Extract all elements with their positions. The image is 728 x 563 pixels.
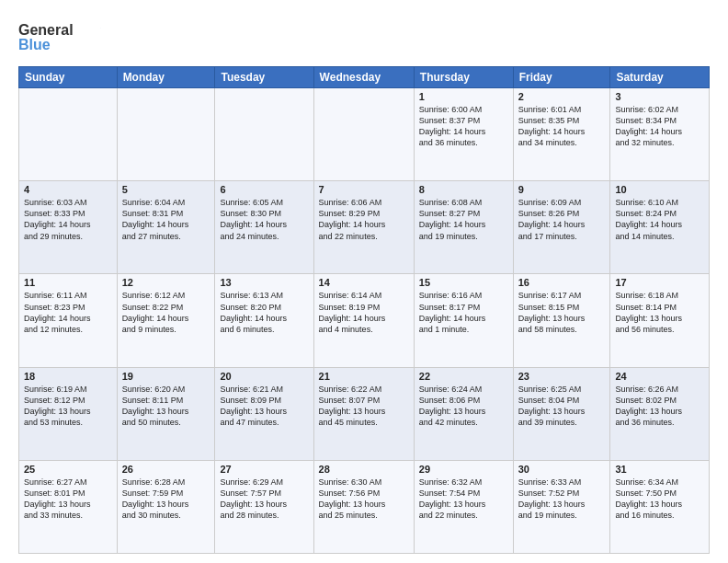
day-number: 3 — [615, 91, 704, 102]
day-cell: 29Sunrise: 6:32 AM Sunset: 7:54 PM Dayli… — [414, 460, 513, 553]
day-cell: 31Sunrise: 6:34 AM Sunset: 7:50 PM Dayli… — [610, 460, 710, 553]
day-cell: 21Sunrise: 6:22 AM Sunset: 8:07 PM Dayli… — [313, 367, 414, 460]
day-number: 31 — [615, 464, 704, 475]
day-info: Sunrise: 6:06 AM Sunset: 8:29 PM Dayligh… — [319, 197, 409, 242]
day-info: Sunrise: 6:13 AM Sunset: 8:20 PM Dayligh… — [220, 290, 308, 335]
day-number: 27 — [220, 464, 308, 475]
day-info: Sunrise: 6:26 AM Sunset: 8:02 PM Dayligh… — [615, 384, 704, 429]
day-cell: 4Sunrise: 6:03 AM Sunset: 8:33 PM Daylig… — [19, 181, 118, 274]
day-cell: 12Sunrise: 6:12 AM Sunset: 8:22 PM Dayli… — [117, 274, 215, 367]
day-cell: 11Sunrise: 6:11 AM Sunset: 8:23 PM Dayli… — [19, 274, 118, 367]
day-info: Sunrise: 6:09 AM Sunset: 8:26 PM Dayligh… — [518, 197, 606, 242]
day-number: 29 — [419, 464, 508, 475]
day-cell: 10Sunrise: 6:10 AM Sunset: 8:24 PM Dayli… — [610, 181, 710, 274]
day-cell: 24Sunrise: 6:26 AM Sunset: 8:02 PM Dayli… — [610, 367, 710, 460]
day-info: Sunrise: 6:27 AM Sunset: 8:01 PM Dayligh… — [24, 477, 112, 522]
day-number: 20 — [220, 371, 308, 382]
day-number: 8 — [419, 184, 508, 195]
week-row-2: 4Sunrise: 6:03 AM Sunset: 8:33 PM Daylig… — [19, 181, 710, 274]
day-cell: 1Sunrise: 6:00 AM Sunset: 8:37 PM Daylig… — [414, 88, 513, 181]
weekday-monday: Monday — [117, 67, 215, 88]
day-cell: 27Sunrise: 6:29 AM Sunset: 7:57 PM Dayli… — [215, 460, 313, 553]
day-number: 22 — [419, 371, 508, 382]
day-info: Sunrise: 6:21 AM Sunset: 8:09 PM Dayligh… — [220, 384, 308, 429]
day-cell: 23Sunrise: 6:25 AM Sunset: 8:04 PM Dayli… — [513, 367, 610, 460]
day-info: Sunrise: 6:18 AM Sunset: 8:14 PM Dayligh… — [615, 290, 704, 335]
day-number: 2 — [518, 91, 606, 102]
day-number: 6 — [220, 184, 308, 195]
day-info: Sunrise: 6:19 AM Sunset: 8:12 PM Dayligh… — [24, 384, 112, 429]
weekday-friday: Friday — [513, 67, 610, 88]
day-cell: 15Sunrise: 6:16 AM Sunset: 8:17 PM Dayli… — [414, 274, 513, 367]
day-info: Sunrise: 6:08 AM Sunset: 8:27 PM Dayligh… — [419, 197, 508, 242]
day-cell: 17Sunrise: 6:18 AM Sunset: 8:14 PM Dayli… — [610, 274, 710, 367]
day-cell: 9Sunrise: 6:09 AM Sunset: 8:26 PM Daylig… — [513, 181, 610, 274]
svg-text:Blue: Blue — [18, 37, 51, 52]
day-info: Sunrise: 6:33 AM Sunset: 7:52 PM Dayligh… — [518, 477, 606, 522]
day-cell: 20Sunrise: 6:21 AM Sunset: 8:09 PM Dayli… — [215, 367, 313, 460]
day-info: Sunrise: 6:32 AM Sunset: 7:54 PM Dayligh… — [419, 477, 508, 522]
day-cell: 5Sunrise: 6:04 AM Sunset: 8:31 PM Daylig… — [117, 181, 215, 274]
day-info: Sunrise: 6:03 AM Sunset: 8:33 PM Dayligh… — [24, 197, 112, 242]
day-number: 11 — [24, 277, 112, 288]
svg-text:General: General — [18, 22, 74, 38]
day-number: 1 — [419, 91, 508, 102]
svg-marker-2 — [100, 20, 101, 34]
day-number: 25 — [24, 464, 112, 475]
weekday-wednesday: Wednesday — [313, 67, 414, 88]
day-cell — [117, 88, 215, 181]
day-cell: 6Sunrise: 6:05 AM Sunset: 8:30 PM Daylig… — [215, 181, 313, 274]
day-number: 23 — [518, 371, 606, 382]
day-info: Sunrise: 6:34 AM Sunset: 7:50 PM Dayligh… — [615, 477, 704, 522]
week-row-1: 1Sunrise: 6:00 AM Sunset: 8:37 PM Daylig… — [19, 88, 710, 181]
day-cell: 16Sunrise: 6:17 AM Sunset: 8:15 PM Dayli… — [513, 274, 610, 367]
day-cell: 7Sunrise: 6:06 AM Sunset: 8:29 PM Daylig… — [313, 181, 414, 274]
day-number: 15 — [419, 277, 508, 288]
day-number: 26 — [122, 464, 210, 475]
day-info: Sunrise: 6:30 AM Sunset: 7:56 PM Dayligh… — [319, 477, 409, 522]
logo-text: General Blue — [18, 18, 101, 59]
day-info: Sunrise: 6:11 AM Sunset: 8:23 PM Dayligh… — [24, 290, 112, 335]
weekday-saturday: Saturday — [610, 67, 710, 88]
day-info: Sunrise: 6:12 AM Sunset: 8:22 PM Dayligh… — [122, 290, 210, 335]
day-cell: 13Sunrise: 6:13 AM Sunset: 8:20 PM Dayli… — [215, 274, 313, 367]
week-row-5: 25Sunrise: 6:27 AM Sunset: 8:01 PM Dayli… — [19, 460, 710, 553]
weekday-thursday: Thursday — [414, 67, 513, 88]
weekday-sunday: Sunday — [19, 67, 118, 88]
day-number: 30 — [518, 464, 606, 475]
day-number: 9 — [518, 184, 606, 195]
day-info: Sunrise: 6:24 AM Sunset: 8:06 PM Dayligh… — [419, 384, 508, 429]
day-info: Sunrise: 6:29 AM Sunset: 7:57 PM Dayligh… — [220, 477, 308, 522]
day-number: 19 — [122, 371, 210, 382]
day-number: 16 — [518, 277, 606, 288]
day-info: Sunrise: 6:28 AM Sunset: 7:59 PM Dayligh… — [122, 477, 210, 522]
logo: General Blue — [18, 18, 101, 59]
day-cell: 2Sunrise: 6:01 AM Sunset: 8:35 PM Daylig… — [513, 88, 610, 181]
day-number: 7 — [319, 184, 409, 195]
day-number: 18 — [24, 371, 112, 382]
day-info: Sunrise: 6:00 AM Sunset: 8:37 PM Dayligh… — [419, 104, 508, 149]
day-info: Sunrise: 6:14 AM Sunset: 8:19 PM Dayligh… — [319, 290, 409, 335]
day-info: Sunrise: 6:05 AM Sunset: 8:30 PM Dayligh… — [220, 197, 308, 242]
day-info: Sunrise: 6:04 AM Sunset: 8:31 PM Dayligh… — [122, 197, 210, 242]
day-number: 5 — [122, 184, 210, 195]
page: General Blue SundayMondayTuesdayWednesda… — [0, 0, 728, 563]
day-cell: 26Sunrise: 6:28 AM Sunset: 7:59 PM Dayli… — [117, 460, 215, 553]
week-row-4: 18Sunrise: 6:19 AM Sunset: 8:12 PM Dayli… — [19, 367, 710, 460]
day-number: 28 — [319, 464, 409, 475]
day-info: Sunrise: 6:16 AM Sunset: 8:17 PM Dayligh… — [419, 290, 508, 335]
day-cell: 25Sunrise: 6:27 AM Sunset: 8:01 PM Dayli… — [19, 460, 118, 553]
day-cell: 30Sunrise: 6:33 AM Sunset: 7:52 PM Dayli… — [513, 460, 610, 553]
day-number: 4 — [24, 184, 112, 195]
calendar: SundayMondayTuesdayWednesdayThursdayFrid… — [18, 66, 710, 554]
weekday-tuesday: Tuesday — [215, 67, 313, 88]
day-cell — [215, 88, 313, 181]
day-cell — [313, 88, 414, 181]
day-number: 10 — [615, 184, 704, 195]
day-number: 14 — [319, 277, 409, 288]
day-number: 21 — [319, 371, 409, 382]
day-info: Sunrise: 6:20 AM Sunset: 8:11 PM Dayligh… — [122, 384, 210, 429]
day-number: 12 — [122, 277, 210, 288]
day-info: Sunrise: 6:02 AM Sunset: 8:34 PM Dayligh… — [615, 104, 704, 149]
day-number: 13 — [220, 277, 308, 288]
